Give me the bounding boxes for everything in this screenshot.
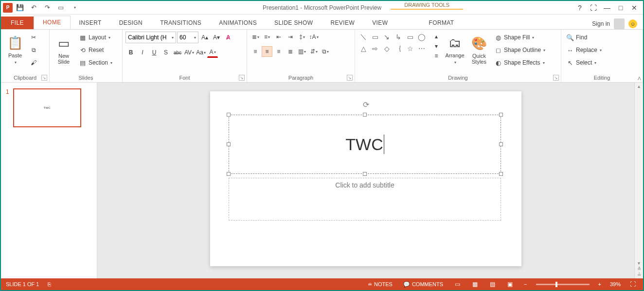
resize-handle-nw[interactable] xyxy=(227,113,231,117)
undo-icon[interactable]: ↶ xyxy=(27,1,40,14)
slideshow-view-icon[interactable]: ▣ xyxy=(504,280,515,289)
italic-button[interactable]: I xyxy=(137,47,148,58)
section-button[interactable]: ▤Section▾ xyxy=(77,57,114,68)
tab-view[interactable]: VIEW xyxy=(363,17,396,29)
spellcheck-icon[interactable]: ⎘ xyxy=(46,281,53,287)
increase-font-icon[interactable]: A▴ xyxy=(199,32,210,43)
tab-insert[interactable]: INSERT xyxy=(71,17,110,29)
feedback-smiley-icon[interactable]: ☺ xyxy=(628,19,637,28)
tab-review[interactable]: REVIEW xyxy=(322,17,363,29)
shape-arrowr-icon[interactable]: ⇨ xyxy=(370,43,380,54)
align-text-button[interactable]: ⇵▾ xyxy=(308,46,319,57)
next-slide-icon[interactable]: ≟ xyxy=(635,272,643,277)
font-color-button[interactable]: A▾ xyxy=(207,47,218,58)
bullets-button[interactable]: ≣▾ xyxy=(250,32,261,42)
shape-diamond-icon[interactable]: ◇ xyxy=(381,43,392,54)
slide-counter[interactable]: SLIDE 1 OF 1 xyxy=(6,281,39,287)
layout-button[interactable]: ▦Layout▾ xyxy=(77,32,114,43)
resize-handle-s[interactable] xyxy=(363,172,367,176)
notes-button[interactable]: ≐ NOTES xyxy=(366,281,394,288)
shape-callout-icon[interactable]: ☆ xyxy=(405,43,415,54)
shapes-gallery[interactable]: ＼ ▭ ↘ ↳ ▭ ◯ △ ⇨ ◇ ｛ ☆ ⋯ xyxy=(358,32,427,54)
redo-icon[interactable]: ↷ xyxy=(41,1,54,14)
avatar-icon[interactable] xyxy=(614,18,625,29)
align-center-button[interactable]: ≡ xyxy=(262,46,272,57)
increase-indent-icon[interactable]: ⇥ xyxy=(285,32,296,42)
tab-transitions[interactable]: TRANSITIONS xyxy=(151,17,210,29)
shape-effects-button[interactable]: ◐Shape Effects▾ xyxy=(492,57,547,68)
reset-button[interactable]: ⟲Reset xyxy=(77,45,114,55)
font-name-combo[interactable]: Calibri Light (H▾ xyxy=(125,32,176,43)
shape-brace-icon[interactable]: ｛ xyxy=(393,43,404,54)
ribbon-display-icon[interactable]: ⛶ xyxy=(587,1,600,14)
shape-connector-icon[interactable]: ↳ xyxy=(393,32,404,42)
find-button[interactable]: 🔍Find xyxy=(564,32,604,43)
smartart-button[interactable]: ⧉▾ xyxy=(320,46,331,57)
scroll-down-icon[interactable]: ▾ xyxy=(635,260,643,266)
resize-handle-ne[interactable] xyxy=(499,113,503,117)
clipboard-dialog-icon[interactable]: ↘ xyxy=(41,75,47,81)
copy-icon[interactable]: ⧉ xyxy=(28,45,39,55)
paste-button[interactable]: 📋 Paste ▾ xyxy=(4,32,26,68)
tab-design[interactable]: DESIGN xyxy=(110,17,151,29)
text-shadow-button[interactable]: S xyxy=(161,47,171,58)
tab-slideshow[interactable]: SLIDE SHOW xyxy=(266,17,322,29)
underline-button[interactable]: U xyxy=(149,47,160,58)
resize-handle-se[interactable] xyxy=(499,172,503,176)
strikethrough-button[interactable]: abc xyxy=(172,47,183,58)
shape-arrow-icon[interactable]: ↘ xyxy=(381,32,392,42)
columns-button[interactable]: ▥▾ xyxy=(297,46,307,57)
slide-canvas-area[interactable]: ⟳ TWC Click to add subtitle xyxy=(97,83,634,278)
fit-to-window-icon[interactable]: ⛶ xyxy=(627,280,638,289)
shape-fill-button[interactable]: ◍Shape Fill▾ xyxy=(492,32,547,43)
resize-handle-e[interactable] xyxy=(499,142,503,146)
subtitle-placeholder[interactable]: Click to add subtitle xyxy=(229,178,501,221)
sign-in-link[interactable]: Sign in xyxy=(592,20,610,27)
gallery-down-icon[interactable]: ▾ xyxy=(431,41,442,51)
close-icon[interactable]: ✕ xyxy=(627,1,641,14)
shape-rect-icon[interactable]: ▭ xyxy=(370,32,380,42)
tab-home[interactable]: HOME xyxy=(34,16,71,29)
rotate-handle-icon[interactable]: ⟳ xyxy=(363,100,369,109)
reading-view-icon[interactable]: ▤ xyxy=(487,280,498,289)
shape-more-icon[interactable]: ⋯ xyxy=(416,43,427,54)
zoom-level[interactable]: 39% xyxy=(610,281,621,287)
qat-customize-icon[interactable]: ▾ xyxy=(68,1,81,14)
maximize-icon[interactable]: □ xyxy=(614,1,627,14)
shape-line-icon[interactable]: ＼ xyxy=(358,32,369,42)
char-spacing-button[interactable]: AV▾ xyxy=(184,47,195,58)
zoom-out-button[interactable]: − xyxy=(522,281,529,287)
text-direction-button[interactable]: ↕A▾ xyxy=(308,32,319,42)
gallery-up-icon[interactable]: ▴ xyxy=(431,32,442,41)
comments-button[interactable]: 💬 COMMENTS xyxy=(401,281,445,288)
decrease-font-icon[interactable]: A▾ xyxy=(211,32,222,43)
font-dialog-icon[interactable]: ↘ xyxy=(239,75,245,81)
shape-oval-icon[interactable]: ◯ xyxy=(416,32,427,42)
numbering-button[interactable]: ≡▾ xyxy=(262,32,272,42)
align-right-button[interactable]: ≡ xyxy=(273,46,284,57)
tab-animations[interactable]: ANIMATIONS xyxy=(210,17,266,29)
font-size-combo[interactable]: 60▾ xyxy=(177,32,198,43)
prev-slide-icon[interactable]: ≜ xyxy=(635,266,643,272)
drawing-dialog-icon[interactable]: ↘ xyxy=(553,75,559,81)
replace-button[interactable]: ↔Replace▾ xyxy=(564,45,604,55)
title-textbox[interactable]: TWC xyxy=(229,115,501,174)
start-from-beginning-icon[interactable]: ▭ xyxy=(54,1,67,14)
decrease-indent-icon[interactable]: ⇤ xyxy=(273,32,284,42)
scroll-up-icon[interactable]: ▴ xyxy=(635,84,643,89)
zoom-in-button[interactable]: + xyxy=(596,281,603,287)
save-icon[interactable]: 💾 xyxy=(14,1,26,14)
slide-thumbnail-1[interactable]: TWC xyxy=(13,88,81,127)
change-case-button[interactable]: Aa▾ xyxy=(196,47,206,58)
resize-handle-w[interactable] xyxy=(227,142,231,146)
shape-outline-button[interactable]: ◻Shape Outline▾ xyxy=(492,45,547,55)
resize-handle-sw[interactable] xyxy=(227,172,231,176)
clear-formatting-icon[interactable]: A̷ xyxy=(223,32,233,43)
select-button[interactable]: ↖Select▾ xyxy=(564,57,604,68)
tab-file[interactable]: FILE xyxy=(1,17,34,29)
arrange-button[interactable]: 🗂 Arrange▾ xyxy=(444,32,466,68)
minimize-icon[interactable]: — xyxy=(600,1,614,14)
quick-styles-button[interactable]: 🎨 Quick Styles xyxy=(468,32,490,68)
bold-button[interactable]: B xyxy=(125,47,136,58)
format-painter-icon[interactable]: 🖌 xyxy=(28,57,39,68)
